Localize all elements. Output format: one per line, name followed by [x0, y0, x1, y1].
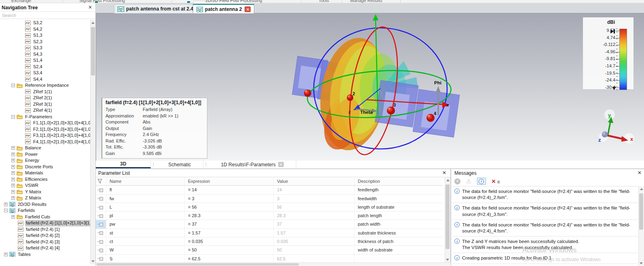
tree-expand-icon[interactable]: − — [4, 209, 8, 212]
filter-warnings-icon[interactable]: ⚠ — [466, 178, 471, 184]
scroll-up-icon[interactable] — [91, 22, 95, 24]
view-tab-3d[interactable]: 3D — [96, 161, 151, 168]
tree-item[interactable]: + Tables — [0, 251, 91, 258]
message-item[interactable]: i The data for field source monitor "fie… — [453, 186, 638, 203]
tree-expand-icon[interactable]: + — [11, 215, 15, 219]
pin-icon[interactable] — [96, 220, 106, 228]
ribbon-group-label[interactable]: Signal Post Processing — [79, 0, 125, 3]
ribbon-group-label[interactable]: 2D/3D Field Post Processing — [205, 0, 262, 3]
message-item[interactable]: i The data for field source monitor "fie… — [453, 264, 638, 266]
scrollbar-thumb[interactable] — [91, 27, 95, 75]
tree-item[interactable]: S3,3 — [0, 45, 91, 51]
tree-item[interactable]: farfield (f=2.4) [4] — [0, 245, 91, 251]
scroll-down-icon[interactable] — [91, 260, 95, 262]
tree-item[interactable]: + Energy — [0, 157, 91, 164]
scrollbar-thumb[interactable] — [97, 263, 299, 266]
messages-scrollbar[interactable] — [638, 186, 644, 266]
tree-expand-icon[interactable]: + — [4, 203, 8, 206]
tree-expand-icon[interactable]: + — [11, 196, 15, 200]
tree-item[interactable]: S1,3 — [0, 32, 91, 39]
tree-item[interactable]: S3,2 — [0, 20, 91, 26]
view-tab-1d-results-f-parameters[interactable]: 1D Results\F-Parameters✕ — [209, 161, 296, 168]
parameter-list-scrollbar[interactable] — [445, 177, 450, 263]
tree-item[interactable]: + Power — [0, 151, 91, 158]
column-header-expression[interactable]: Expression — [185, 177, 274, 185]
parameter-row[interactable]: pl = 28.3 28.3 patch length — [96, 212, 443, 220]
pin-icon[interactable] — [96, 212, 106, 220]
messages-close-icon[interactable]: ✕ — [638, 170, 642, 176]
tree-item[interactable]: S4,4 — [0, 76, 91, 83]
tree-item[interactable]: ZRef 2(1) — [0, 95, 91, 101]
ribbon-group-label[interactable]: Tools — [319, 0, 329, 3]
pin-icon[interactable] — [96, 186, 106, 194]
tree-item[interactable]: + Discrete Ports — [0, 164, 91, 170]
tree-item[interactable]: + Z Matrix — [0, 195, 91, 201]
pin-icon[interactable] — [96, 237, 106, 245]
scrollbar-thumb[interactable] — [639, 193, 643, 230]
tree-item[interactable]: + VSWR — [0, 182, 91, 189]
tree-expand-icon[interactable]: + — [4, 253, 8, 256]
filter-errors-icon[interactable]: ✕ — [454, 178, 460, 184]
tree-item[interactable]: − Reference Impedance — [0, 82, 91, 89]
ribbon-group-label[interactable]: Manage Results — [350, 0, 382, 3]
tree-item[interactable]: F3,1[1,0]+2[1,0]+3[1,0]+4[1,0] — [0, 132, 91, 139]
tree-item[interactable]: + 2D/3D Results — [0, 201, 91, 208]
tree-item[interactable]: S4,3 — [0, 51, 91, 58]
message-item[interactable]: i The data for field source monitor "fie… — [453, 203, 638, 220]
tree-item[interactable]: ZRef 4(1) — [0, 107, 91, 114]
parameter-row[interactable]: st = 1.57 1.57 substrate thickness — [96, 229, 443, 237]
tree-item[interactable]: farfield (f=2.4) [1[1,0]+2[1,0]+3[1,0] — [0, 220, 91, 226]
tree-item[interactable]: F1,1[1,0]+2[1,0]+3[1,0]+4[1,0] — [0, 120, 91, 126]
column-header-name[interactable]: Name — [106, 177, 185, 185]
scroll-up-icon[interactable] — [446, 179, 450, 181]
parameter-list-close-icon[interactable]: ✕ — [442, 170, 446, 176]
3d-viewport[interactable]: 2 3 4 Phi Theta x z y x z — [96, 13, 644, 161]
scroll-down-icon[interactable] — [446, 259, 449, 261]
tree-expand-icon[interactable]: − — [11, 115, 15, 119]
tree-expand-icon[interactable]: + — [11, 178, 15, 181]
tree-scrollbar[interactable] — [90, 20, 95, 264]
tree-item[interactable]: + Balance — [0, 145, 91, 151]
parameter-row[interactable]: pw = 37 37 patch width — [96, 220, 443, 228]
scrollbar-thumb[interactable] — [446, 184, 450, 249]
tree-expand-icon[interactable]: + — [11, 190, 15, 194]
tree-item[interactable]: F4,1[1,0]+2[1,0]+3[1,0]+4[1,0] — [0, 139, 91, 145]
pin-icon[interactable] — [96, 229, 106, 237]
pin-icon[interactable] — [96, 203, 106, 211]
tree-item[interactable]: + Efficiencies — [0, 176, 91, 183]
tree-item[interactable]: + Y Matrix — [0, 189, 91, 195]
message-item[interactable]: i Creating parametric 1D results for Run… — [453, 253, 638, 264]
tree-expand-icon[interactable]: − — [11, 84, 15, 87]
ribbon-group-label[interactable]: Exchange — [11, 0, 31, 3]
tree-item[interactable]: farfield (f=2.4) [3] — [0, 239, 91, 245]
tree-item[interactable]: + Farfield Cuts — [0, 214, 91, 220]
tree-expand-icon[interactable]: + — [11, 153, 15, 156]
navigation-tree-close-icon[interactable]: ✕ — [88, 4, 92, 10]
tree-item[interactable]: S2,3 — [0, 39, 91, 45]
tree-item[interactable]: − F-Parameters — [0, 114, 91, 120]
tab-patch-antenna-2[interactable]: patch antenna 2 ✕ — [193, 4, 254, 14]
tree-item[interactable]: S2,4 — [0, 64, 91, 70]
tree-item[interactable]: + Materials — [0, 170, 91, 176]
view-tab-schematic[interactable]: Schematic — [156, 161, 203, 168]
pin-icon[interactable] — [96, 195, 106, 203]
pin-icon[interactable] — [96, 246, 106, 254]
parameter-row[interactable]: S = 62.5 62.5 — [96, 255, 443, 263]
column-header-value[interactable]: Value — [274, 177, 355, 185]
scroll-up-icon[interactable] — [640, 188, 643, 190]
tree-item[interactable]: farfield (f=2.4) [1] — [0, 226, 91, 233]
parameter-row[interactable]: L = 56 56 length of substrate — [96, 203, 443, 212]
tree-item[interactable]: S4,2 — [0, 26, 91, 33]
search-input[interactable] — [0, 12, 95, 19]
tree-item[interactable]: − Farfields — [0, 207, 91, 214]
clear-messages-icon[interactable]: ✕≡ — [492, 178, 500, 184]
tree-item[interactable]: S3,4 — [0, 70, 91, 76]
tree-expand-icon[interactable]: + — [11, 159, 15, 162]
parameter-row[interactable]: W = 50 50 width of substrate — [96, 246, 443, 254]
view-tab-close-icon[interactable]: ✕ — [278, 162, 284, 167]
column-header-description[interactable]: Description — [355, 177, 443, 185]
parameter-list-hscrollbar[interactable] — [96, 262, 451, 266]
tree-item[interactable]: ZRef 3(1) — [0, 101, 91, 108]
message-item[interactable]: i The Z and Y matrices have been success… — [453, 237, 638, 253]
tab-close-icon[interactable]: ✕ — [245, 6, 251, 12]
